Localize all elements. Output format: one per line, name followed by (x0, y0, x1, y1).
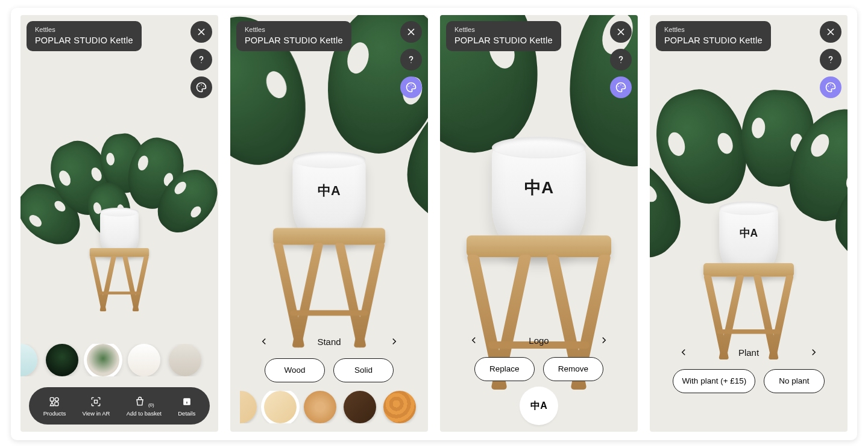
svg-point-2 (201, 84, 202, 86)
screen-3: 中A Kettles POPLAR STUDIO Kettle Logo Rep… (440, 15, 638, 432)
picker-title: Stand (317, 337, 341, 347)
option-with-plant[interactable]: With plant (+ £15) (673, 369, 755, 393)
close-icon[interactable] (190, 21, 212, 43)
breadcrumb-tag: Kettles POPLAR STUDIO Kettle (446, 21, 561, 51)
thumb-item-active[interactable] (87, 344, 119, 376)
plant-foliage (39, 104, 201, 223)
swatch-item[interactable] (383, 391, 416, 423)
option-picker: Stand Wood Solid (230, 319, 428, 432)
svg-point-16 (620, 84, 621, 86)
svg-point-5 (55, 397, 59, 401)
svg-point-11 (408, 86, 409, 87)
palette-icon[interactable] (190, 76, 212, 98)
chevron-left-icon[interactable] (465, 332, 482, 349)
svg-rect-7 (55, 402, 58, 405)
chevron-left-icon[interactable] (256, 333, 272, 350)
breadcrumb-tag: Kettles POPLAR STUDIO Kettle (656, 21, 771, 51)
thumb-item[interactable] (128, 344, 160, 376)
pot-logo-icon: 中A (318, 183, 340, 200)
product-title: POPLAR STUDIO Kettle (35, 36, 133, 45)
svg-rect-4 (51, 397, 54, 401)
stand (90, 248, 149, 311)
close-icon[interactable] (820, 21, 841, 43)
svg-point-19 (828, 86, 829, 87)
chevron-left-icon[interactable] (675, 344, 692, 361)
chevron-right-icon[interactable] (596, 332, 612, 349)
swatch-row[interactable] (240, 391, 418, 423)
breadcrumb-tag: Kettles POPLAR STUDIO Kettle (27, 21, 142, 51)
picker-title: Logo (529, 335, 549, 346)
action-bar: Products View in AR (0) Add to basket De… (29, 387, 210, 425)
option-picker: Logo Replace Remove 中A (440, 317, 638, 432)
swatch-item[interactable] (344, 391, 376, 423)
svg-point-17 (623, 86, 624, 87)
option-replace[interactable]: Replace (474, 357, 535, 381)
palette-icon[interactable] (820, 76, 841, 98)
option-remove[interactable]: Remove (543, 357, 603, 381)
breadcrumb: Kettles (35, 26, 133, 33)
screen-4: 中A Kettles POPLAR STUDIO Kettle Plant Wi… (650, 15, 848, 432)
thumb-item[interactable] (20, 344, 37, 376)
svg-point-12 (410, 84, 412, 86)
swatch-item[interactable] (264, 391, 297, 423)
svg-point-14 (620, 62, 621, 63)
option-no-plant[interactable]: No plant (764, 369, 824, 393)
swatch-item[interactable] (304, 391, 336, 423)
svg-point-18 (830, 62, 831, 63)
svg-point-15 (618, 86, 619, 87)
screen-1: Kettles POPLAR STUDIO Kettle (20, 15, 218, 432)
svg-rect-8 (95, 400, 98, 403)
svg-point-3 (203, 86, 204, 87)
logo-thumb[interactable]: 中A (523, 390, 555, 422)
svg-point-10 (410, 62, 411, 63)
help-icon[interactable] (400, 49, 422, 70)
svg-point-1 (198, 86, 200, 87)
picker-title: Plant (738, 347, 759, 358)
products-button[interactable]: Products (43, 396, 66, 417)
thumb-item[interactable] (46, 344, 78, 376)
close-icon[interactable] (400, 21, 422, 43)
svg-point-21 (832, 86, 834, 87)
svg-point-0 (201, 62, 201, 63)
details-button[interactable]: Details (178, 396, 195, 417)
pot-logo-icon: 中A (740, 227, 758, 241)
svg-point-13 (413, 86, 414, 87)
help-icon[interactable] (190, 49, 212, 70)
option-picker: Plant With plant (+ £15) No plant (650, 329, 848, 408)
chevron-right-icon[interactable] (386, 333, 403, 350)
screen-2: 中A Kettles POPLAR STUDIO Kettle Stand Wo… (230, 15, 428, 432)
breadcrumb-tag: Kettles POPLAR STUDIO Kettle (236, 21, 351, 51)
palette-icon[interactable] (400, 76, 422, 98)
close-icon[interactable] (610, 21, 632, 43)
svg-point-20 (830, 84, 831, 86)
help-icon[interactable] (820, 49, 841, 70)
swatch-item[interactable] (240, 391, 257, 423)
palette-icon[interactable] (610, 76, 632, 98)
product-thumbnails[interactable] (20, 344, 218, 376)
view-ar-button[interactable]: View in AR (83, 396, 110, 417)
thumb-item[interactable] (169, 344, 201, 376)
svg-marker-6 (51, 402, 54, 405)
screens-row: Kettles POPLAR STUDIO Kettle (11, 8, 857, 440)
pot-logo-icon: 中A (524, 178, 553, 199)
basket-count: (0) (148, 402, 154, 408)
help-icon[interactable] (610, 49, 632, 70)
option-wood[interactable]: Wood (265, 358, 325, 382)
option-solid[interactable]: Solid (333, 358, 394, 382)
add-to-basket-button[interactable]: (0) Add to basket (127, 396, 162, 417)
chevron-right-icon[interactable] (805, 344, 822, 361)
